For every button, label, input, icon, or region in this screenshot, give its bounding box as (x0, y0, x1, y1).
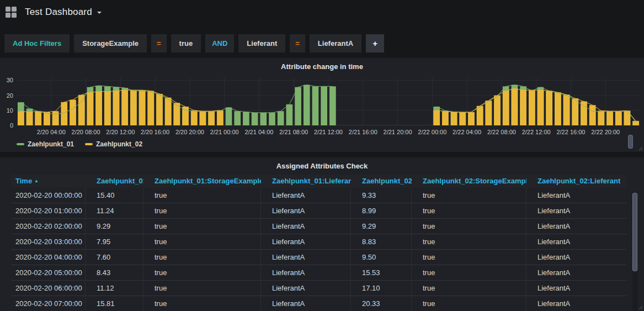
table-cell: LieferantA (526, 296, 626, 311)
bar-Zaehlpunkt_01 (329, 86, 336, 125)
table-row: 2020-02-20 06:00:0011.12trueLieferantA17… (11, 281, 626, 296)
x-axis-tick-label: 2/22 20:00 (582, 129, 629, 135)
table-panel-title[interactable]: Assigned Attributes Check (0, 157, 644, 172)
bar-Zaehlpunkt_02 (70, 100, 76, 125)
column-header-zaehlpunkt-02-lieferant[interactable]: Zaehlpunkt_02:Lieferant (526, 175, 626, 188)
filter-operator-2[interactable]: = (290, 34, 305, 52)
filter-conjunction[interactable]: AND (205, 34, 234, 52)
bar-Zaehlpunkt_02 (113, 91, 120, 125)
table-cell: true (143, 188, 261, 203)
bar-Zaehlpunkt_02 (95, 92, 102, 125)
table-cell: true (412, 250, 526, 265)
table-cell: 15.53 (351, 265, 412, 280)
table-cell: 8.43 (86, 265, 143, 280)
filter-value-1[interactable]: true (171, 34, 201, 52)
table-cell: true (412, 203, 526, 218)
table-cell: 2020-02-20 05:00:00 (11, 265, 86, 280)
bar-Zaehlpunkt_02 (615, 111, 622, 125)
bar-Zaehlpunkt_02 (459, 112, 466, 125)
table-cell: true (143, 203, 261, 218)
filter-value-2[interactable]: LieferantA (310, 34, 361, 52)
table-cell: true (143, 219, 261, 234)
column-header-zaehlpunkt-01-storageexample[interactable]: Zaehlpunkt_01:StorageExample (143, 175, 261, 188)
chart-scrollbar[interactable] (628, 135, 633, 149)
table-cell: 2020-02-20 01:00:00 (11, 203, 86, 218)
legend-item-Zaehlpunkt_02[interactable]: Zaehlpunkt_02 (85, 140, 142, 148)
column-header-zaehlpunkt-02[interactable]: Zaehlpunkt_02 (351, 175, 412, 188)
bar-Zaehlpunkt_01 (260, 113, 267, 125)
bar-Zaehlpunkt_02 (598, 110, 605, 125)
legend-label: Zaehlpunkt_01 (28, 140, 74, 148)
legend-label: Zaehlpunkt_02 (96, 140, 142, 148)
add-filter-button[interactable]: + (366, 34, 384, 52)
table-scrollbar[interactable] (632, 192, 637, 311)
bar-Zaehlpunkt_02 (182, 107, 189, 125)
table-header-row: Time▲Zaehlpunkt_01Zaehlpunkt_01:StorageE… (11, 175, 626, 188)
legend-color-dash (17, 143, 24, 145)
bar-Zaehlpunkt_02 (217, 110, 223, 125)
table-cell: LieferantA (526, 188, 626, 203)
table-cell: LieferantA (261, 281, 351, 296)
bar-Zaehlpunkt_01 (243, 112, 249, 125)
bar-chart[interactable] (17, 77, 640, 125)
chart-legend: Zaehlpunkt_01Zaehlpunkt_02 (0, 139, 644, 149)
bar-Zaehlpunkt_02 (87, 92, 94, 125)
table-cell: 2020-02-20 06:00:00 (11, 281, 86, 296)
table-cell: true (412, 296, 526, 311)
column-header-time[interactable]: Time▲ (11, 175, 86, 188)
chart-plot-area[interactable]: 0102030 (0, 77, 644, 125)
chevron-down-icon[interactable] (97, 12, 102, 16)
table-cell: LieferantA (526, 203, 626, 218)
bar-Zaehlpunkt_01 (295, 87, 301, 125)
table-cell: true (143, 265, 261, 280)
table-cell: LieferantA (526, 265, 626, 280)
y-axis-tick-label: 10 (0, 108, 13, 114)
filter-operator-1[interactable]: = (151, 34, 167, 52)
bar-Zaehlpunkt_02 (503, 91, 509, 125)
dashboard-title[interactable]: Test Dashboard (25, 7, 92, 18)
table-row: 2020-02-20 07:00:0015.81trueLieferantA20… (11, 296, 626, 311)
table-cell: LieferantA (526, 281, 626, 296)
bar-Zaehlpunkt_02 (130, 90, 137, 125)
table-cell: 2020-02-20 07:00:00 (11, 296, 86, 311)
bar-Zaehlpunkt_02 (200, 111, 206, 125)
table-scrollbar-thumb[interactable] (632, 193, 637, 271)
dashboard-grid-icon[interactable] (6, 7, 17, 18)
column-header-zaehlpunkt-01-lieferant[interactable]: Zaehlpunkt_01:Lieferant (261, 175, 351, 188)
table-cell: LieferantA (261, 265, 351, 280)
column-header-zaehlpunkt-01[interactable]: Zaehlpunkt_01 (86, 175, 143, 188)
bar-Zaehlpunkt_02 (546, 91, 552, 125)
filters-submenu: Ad Hoc Filters StorageExample = true AND… (0, 34, 644, 52)
filter-key-2[interactable]: Lieferant (238, 34, 285, 52)
bar-Zaehlpunkt_02 (208, 111, 215, 125)
bar-Zaehlpunkt_01 (252, 113, 258, 125)
y-axis-tick-label: 20 (0, 93, 13, 99)
bar-Zaehlpunkt_02 (477, 106, 483, 125)
bar-Zaehlpunkt_02 (121, 90, 128, 125)
table-cell: 2020-02-20 04:00:00 (11, 250, 86, 265)
table-cell: true (143, 296, 261, 311)
filter-key-1[interactable]: StorageExample (74, 34, 147, 52)
bar-Zaehlpunkt_02 (442, 112, 449, 125)
legend-item-Zaehlpunkt_01[interactable]: Zaehlpunkt_01 (17, 140, 74, 148)
bar-Zaehlpunkt_02 (191, 110, 198, 125)
bar-Zaehlpunkt_02 (520, 90, 526, 125)
table-cell: LieferantA (261, 234, 351, 249)
legend-color-dash (85, 143, 93, 145)
table-cell: 2020-02-20 02:00:00 (11, 219, 86, 234)
bar-Zaehlpunkt_02 (563, 94, 570, 125)
table-cell: true (412, 188, 526, 203)
table-cell: 9.50 (351, 250, 412, 265)
chart-panel-title[interactable]: Attribute change in time (0, 58, 644, 72)
table-cell: 2020-02-20 00:00:00 (11, 188, 86, 203)
bar-Zaehlpunkt_02 (468, 112, 475, 125)
column-header-zaehlpunkt-02-storageexample[interactable]: Zaehlpunkt_02:StorageExample (412, 175, 526, 188)
table-cell: 11.24 (86, 203, 143, 218)
table-row: 2020-02-20 02:00:009.29trueLieferantA9.2… (11, 219, 626, 234)
table-row: 2020-02-20 00:00:0015.40trueLieferantA9.… (11, 188, 626, 203)
bar-Zaehlpunkt_02 (537, 90, 544, 125)
table-cell: 20.33 (351, 296, 412, 311)
adhoc-filters-label[interactable]: Ad Hoc Filters (4, 34, 70, 52)
table-cell: LieferantA (261, 250, 351, 265)
table-cell: 15.81 (86, 296, 143, 311)
